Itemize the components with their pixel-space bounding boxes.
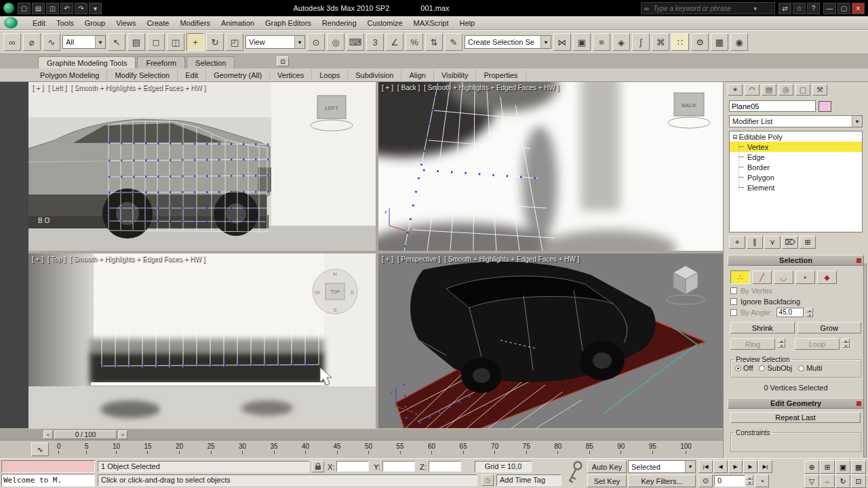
- menu-item[interactable]: MAXScript: [408, 18, 454, 28]
- curve-editor-icon[interactable]: ∫: [632, 33, 650, 51]
- ring-button[interactable]: Ring: [730, 338, 775, 350]
- viewport-perspective[interactable]: x y z [ + ] [ Perspective ] [ Smooth + H…: [378, 253, 723, 428]
- stack-edge[interactable]: Edge: [730, 152, 862, 162]
- menu-item[interactable]: Edit: [27, 18, 51, 28]
- zoom-extents-all-icon[interactable]: ▦: [851, 460, 866, 474]
- viewport-menu-general[interactable]: [ + ]: [382, 84, 393, 92]
- rendered-frame-icon[interactable]: ▦: [711, 33, 728, 51]
- selection-lock-toggle[interactable]: [312, 461, 324, 472]
- reference-coordinate-dropdown[interactable]: View▾: [245, 35, 305, 49]
- viewport-menu-shading[interactable]: [ Smooth + Highlights + Edged Faces + HW…: [71, 84, 205, 92]
- search-box[interactable]: ∞ ▾: [641, 2, 775, 14]
- menu-item[interactable]: Create: [141, 18, 174, 28]
- window-crossing-icon[interactable]: ◫: [167, 33, 184, 51]
- loop-spinner[interactable]: ▴▾: [842, 338, 850, 350]
- play-button[interactable]: ▶: [728, 460, 743, 473]
- pan-icon[interactable]: ⇔: [820, 474, 835, 488]
- next-frame-button[interactable]: ▶: [743, 460, 757, 473]
- ignore-backfacing-checkbox[interactable]: Ignore Backfacing: [724, 295, 868, 306]
- chevron-down-icon[interactable]: ▾: [753, 5, 757, 12]
- ribbon-panel-title[interactable]: Edit: [178, 70, 206, 81]
- key-mode-toggle-button[interactable]: ⊙: [698, 474, 713, 487]
- ribbon-panel-title[interactable]: Modify Selection: [107, 70, 178, 81]
- mirror-icon[interactable]: ⋈: [553, 33, 571, 51]
- render-setup-icon[interactable]: ⚙: [691, 33, 709, 51]
- create-tab-icon[interactable]: ✶: [728, 84, 743, 96]
- y-coordinate-field[interactable]: [382, 461, 415, 472]
- previous-frame-button[interactable]: ◀: [713, 460, 728, 473]
- by-angle-checkbox[interactable]: By Angle:: [730, 308, 772, 317]
- by-angle-spinner[interactable]: ▴▾: [806, 308, 813, 317]
- add-time-tag[interactable]: Add Time Tag: [496, 474, 561, 486]
- stack-polygon[interactable]: Polygon: [730, 172, 862, 182]
- selection-filter-dropdown[interactable]: All▾: [62, 35, 106, 49]
- workspace-dropdown-icon[interactable]: ▾: [89, 3, 102, 14]
- schematic-view-icon[interactable]: ⌘: [652, 33, 669, 51]
- go-to-start-button[interactable]: |◀: [698, 460, 713, 473]
- modifier-stack[interactable]: ⊟Editable Poly Vertex Edge Border Polygo…: [729, 131, 863, 232]
- ribbon-panel-title[interactable]: Properties: [476, 70, 526, 81]
- angle-snap-icon[interactable]: ∠: [386, 33, 403, 51]
- ribbon-panel-title[interactable]: Loops: [312, 70, 348, 81]
- ribbon-panel-title[interactable]: Visibility: [434, 70, 477, 81]
- z-coordinate-field[interactable]: [429, 461, 461, 472]
- stack-element[interactable]: Element: [730, 182, 862, 192]
- ribbon-panel-title[interactable]: Vertices: [270, 70, 312, 81]
- communication-center-icon[interactable]: ⇄: [778, 3, 791, 14]
- app-logo-icon[interactable]: [3, 3, 14, 14]
- preview-multi-radio[interactable]: Multi: [798, 364, 822, 372]
- viewport-top[interactable]: TOP N E S W [ + ] [ Top ] [ Smooth + Hig…: [28, 253, 376, 428]
- viewport-menu-shading[interactable]: [ Smooth + Highlights + Edged Faces + HW…: [424, 84, 559, 92]
- object-name-field[interactable]: [729, 100, 816, 112]
- redo-icon[interactable]: ↷: [75, 3, 87, 14]
- previous-frame-arrow[interactable]: <: [43, 430, 53, 439]
- stack-editable-poly[interactable]: ⊟Editable Poly: [730, 131, 862, 142]
- help-icon[interactable]: ?: [807, 3, 820, 14]
- preview-subobj-radio[interactable]: SubObj: [759, 364, 792, 372]
- new-file-icon[interactable]: ▢: [18, 3, 31, 14]
- render-production-icon[interactable]: ◉: [730, 33, 748, 51]
- time-slider-handle[interactable]: 0 / 100: [54, 430, 117, 439]
- command-panel-scrollbar[interactable]: [863, 264, 867, 458]
- key-filters-button[interactable]: Key Filters...: [628, 474, 696, 487]
- minimize-button[interactable]: —: [823, 3, 836, 14]
- ribbon-panel-title[interactable]: Polygon Modeling: [33, 70, 107, 81]
- favorites-icon[interactable]: ☆: [793, 3, 806, 14]
- remove-modifier-icon[interactable]: ⌦: [782, 236, 798, 249]
- menu-item[interactable]: Modifiers: [174, 18, 216, 28]
- tab-freeform[interactable]: Freeform: [137, 56, 185, 68]
- viewport-menu-pov[interactable]: [ Left ]: [47, 84, 66, 92]
- pin-stack-icon[interactable]: ⌖: [729, 236, 745, 249]
- orbit-icon[interactable]: ↻: [835, 474, 850, 488]
- time-tag-icon[interactable]: ◷: [481, 474, 494, 486]
- select-and-link-icon[interactable]: ∞: [3, 33, 21, 51]
- edge-subobject-icon[interactable]: ╱: [752, 270, 772, 284]
- align-icon[interactable]: ▣: [573, 33, 591, 51]
- viewport-menu-pov[interactable]: [ Top ]: [47, 256, 66, 263]
- select-by-name-icon[interactable]: ▤: [127, 33, 145, 51]
- menu-item[interactable]: Help: [454, 18, 481, 28]
- use-pivot-center-icon[interactable]: ⊙: [307, 33, 325, 51]
- menu-item[interactable]: Customize: [362, 18, 408, 28]
- spinner-snap-icon[interactable]: ⇅: [425, 33, 443, 51]
- set-key-button[interactable]: Set Key: [587, 474, 627, 487]
- viewport-menu-pov[interactable]: [ Perspective ]: [397, 256, 440, 263]
- viewport-left[interactable]: B O LEFT [ + ] [ Left ] [ Smooth + Highl…: [28, 82, 376, 251]
- named-selection-set-dropdown[interactable]: Create Selection Se▾: [465, 35, 551, 49]
- frame-spinner[interactable]: ▴▾: [746, 475, 753, 485]
- show-end-result-icon[interactable]: ∥: [747, 236, 763, 249]
- app-logo-icon[interactable]: [4, 17, 18, 28]
- loop-button[interactable]: Loop: [795, 338, 840, 350]
- configure-modifier-sets-icon[interactable]: ⊞: [800, 236, 816, 249]
- rectangular-selection-icon[interactable]: ◻: [147, 33, 165, 51]
- close-button[interactable]: ×: [852, 3, 865, 14]
- utilities-tab-icon[interactable]: ⚒: [812, 84, 827, 96]
- preview-off-radio[interactable]: Off: [735, 364, 753, 372]
- time-configuration-button[interactable]: ◔: [755, 474, 769, 487]
- x-coordinate-field[interactable]: [336, 461, 369, 472]
- save-file-icon[interactable]: ◫: [46, 3, 59, 14]
- vertex-subobject-icon[interactable]: ∴: [730, 270, 750, 284]
- edit-geometry-rollout-header[interactable]: Edit Geometry: [728, 398, 864, 409]
- select-and-manipulate-icon[interactable]: ◎: [327, 33, 344, 51]
- maxscript-mini-listener[interactable]: Welcome to M.: [1, 474, 95, 487]
